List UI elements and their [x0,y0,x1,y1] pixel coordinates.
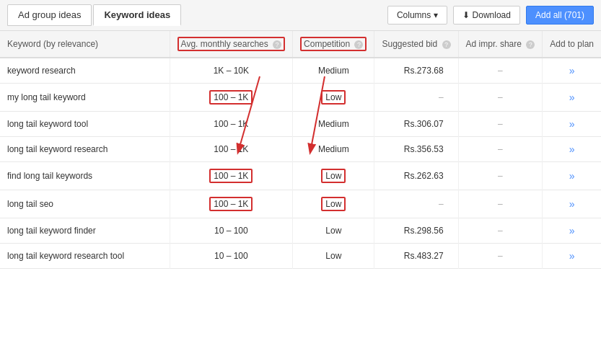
header-competition: Competition ? [293,31,374,58]
table-row: long tail keyword research tool10 – 100L… [0,244,601,269]
competition-cell: Low [293,84,374,112]
add-chevron-icon[interactable]: » [569,118,575,130]
columns-button[interactable]: Columns ▾ [387,6,447,25]
table-row: find long tail keywords100 – 1KLowRs.262… [0,162,601,190]
add-to-plan-cell: » [543,58,601,84]
searches-cell: 1K – 10K [170,58,293,84]
keyword-cell: my long tail keyword [0,84,170,112]
bid-cell: – [374,84,458,112]
competition-cell: Low [293,244,374,269]
header-keyword: Keyword (by relevance) [0,31,170,58]
add-chevron-icon[interactable]: » [569,225,575,236]
searches-cell: 100 – 1K [170,137,293,162]
competition-cell: Low [293,218,374,244]
searches-cell: 100 – 1K [170,162,293,190]
add-to-plan-cell: » [543,137,601,162]
header-bid: Suggested bid ? [374,31,458,58]
add-to-plan-cell: » [543,84,601,112]
keyword-cell: find long tail keywords [0,162,170,190]
impr-share-cell: – [458,58,543,84]
table-row: keyword research1K – 10KMediumRs.273.68–… [0,58,601,84]
add-to-plan-cell: » [543,162,601,190]
impr-share-cell: – [458,137,543,162]
add-to-plan-cell: » [543,112,601,137]
bid-cell: Rs.262.63 [374,162,458,190]
bid-cell: Rs.273.68 [374,58,458,84]
impr-share-cell: – [458,190,543,218]
keyword-cell: long tail seo [0,190,170,218]
add-to-plan-cell: » [543,190,601,218]
add-chevron-icon[interactable]: » [569,65,575,76]
searches-cell: 100 – 1K [170,190,293,218]
impr-share-cell: – [458,112,543,137]
keyword-cell: long tail keyword finder [0,218,170,244]
tab-keyword-ideas[interactable]: Keyword ideas [93,4,181,26]
competition-cell: Medium [293,137,374,162]
download-icon: ⬇ [462,10,470,20]
competition-help-icon[interactable]: ? [354,40,363,49]
impr-share-cell: – [458,162,543,190]
table-row: long tail keyword finder10 – 100LowRs.29… [0,218,601,244]
table-row: my long tail keyword100 – 1KLow––» [0,84,601,112]
bid-cell: Rs.306.07 [374,112,458,137]
bid-cell: Rs.356.53 [374,137,458,162]
bid-cell: Rs.483.27 [374,244,458,269]
bid-cell: Rs.298.56 [374,218,458,244]
competition-cell: Low [293,162,374,190]
header-searches: Avg. monthly searches ? [170,31,293,58]
tab-ad-group[interactable]: Ad group ideas [7,4,92,26]
add-to-plan-cell: » [543,244,601,269]
searches-help-icon[interactable]: ? [273,40,281,49]
keywords-table: Keyword (by relevance) Avg. monthly sear… [0,31,601,269]
add-chevron-icon[interactable]: » [569,250,575,262]
add-chevron-icon[interactable]: » [569,198,575,210]
chevron-down-icon: ▾ [434,10,438,20]
header-impr-share: Ad impr. share ? [458,31,543,58]
searches-cell: 100 – 1K [170,84,293,112]
searches-cell: 10 – 100 [170,218,293,244]
keyword-cell: long tail keyword research tool [0,244,170,269]
keyword-cell: long tail keyword research [0,137,170,162]
searches-cell: 10 – 100 [170,244,293,269]
competition-cell: Medium [293,58,374,84]
competition-cell: Low [293,190,374,218]
header-add-to-plan: Add to plan [543,31,601,58]
add-to-plan-cell: » [543,218,601,244]
tab-bar: Ad group ideas Keyword ideas [7,4,181,26]
download-button[interactable]: ⬇ Download [453,6,520,25]
table-wrapper: Keyword (by relevance) Avg. monthly sear… [0,31,601,269]
impr-share-cell: – [458,218,543,244]
table-row: long tail seo100 – 1KLow––» [0,190,601,218]
keyword-cell: long tail keyword tool [0,112,170,137]
table-row: long tail keyword tool100 – 1KMediumRs.3… [0,112,601,137]
add-chevron-icon[interactable]: » [569,143,575,155]
table-row: long tail keyword research100 – 1KMedium… [0,137,601,162]
bid-help-icon[interactable]: ? [442,40,451,49]
impr-share-cell: – [458,84,543,112]
searches-cell: 100 – 1K [170,112,293,137]
keyword-cell: keyword research [0,58,170,84]
competition-cell: Medium [293,112,374,137]
toolbar: Columns ▾ ⬇ Download Add all (701) [387,6,594,25]
add-all-button[interactable]: Add all (701) [526,6,594,25]
add-chevron-icon[interactable]: » [569,170,575,182]
add-chevron-icon[interactable]: » [569,92,575,103]
bid-cell: – [374,190,458,218]
impr-share-cell: – [458,244,543,269]
impr-help-icon[interactable]: ? [526,40,535,49]
